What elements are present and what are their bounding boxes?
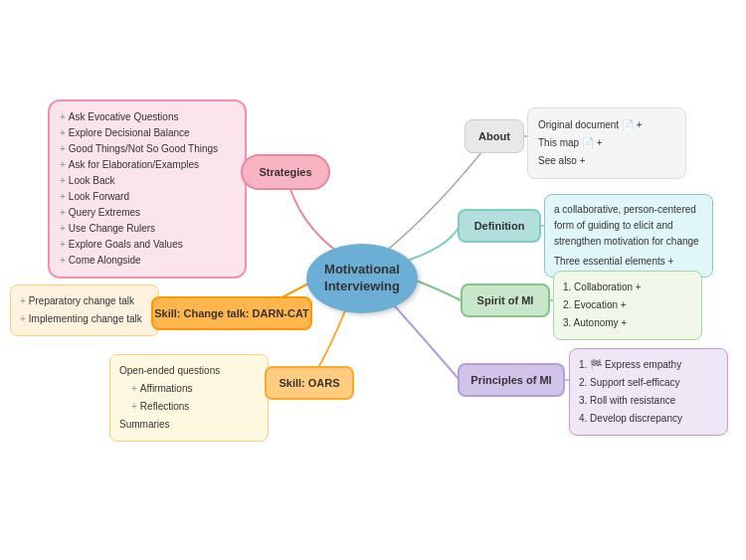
oars-item: +Affirmations xyxy=(119,380,259,398)
principles-label: Principles of MI xyxy=(470,374,551,386)
strategies-node[interactable]: Strategies xyxy=(241,154,330,190)
changetalk-label: Skill: Change talk: DARN-CAT xyxy=(154,307,309,319)
changetalk-item: +Preparatory change talk xyxy=(20,292,149,310)
spirit-item: 2. Evocation + xyxy=(563,296,692,314)
principles-box: 1. 🏁 Express empathy2. Support self-effi… xyxy=(569,348,728,436)
oars-node[interactable]: Skill: OARS xyxy=(265,366,354,400)
principles-item: 3. Roll with resistance xyxy=(579,392,718,410)
about-row: Original document 📄 + xyxy=(538,116,675,134)
strategies-item: +Use Change Rulers xyxy=(60,221,235,237)
principles-node[interactable]: Principles of MI xyxy=(458,363,565,397)
spirit-item: 1. Collaboration + xyxy=(563,279,692,296)
definition-label: Definition xyxy=(474,220,525,232)
about-node[interactable]: About xyxy=(465,119,524,153)
definition-box: a collaborative, person-centered form of… xyxy=(544,194,713,278)
central-label: Motivational Interviewing xyxy=(324,262,400,295)
strategies-item: +Query Extremes xyxy=(60,205,235,221)
strategies-item: +Come Alongside xyxy=(60,253,235,269)
spirit-node[interactable]: Spirit of MI xyxy=(461,283,550,317)
changetalk-item: +Implementing change talk xyxy=(20,310,149,328)
changetalk-box: +Preparatory change talk+Implementing ch… xyxy=(10,284,159,336)
strategies-item: +Look Forward xyxy=(60,189,235,205)
about-row: See also + xyxy=(538,152,675,170)
changetalk-node[interactable]: Skill: Change talk: DARN-CAT xyxy=(151,296,312,330)
strategies-item: +Ask Evocative Questions xyxy=(60,109,235,125)
definition-sub: Three essential elements + xyxy=(554,254,703,270)
spirit-box: 1. Collaboration +2. Evocation +3. Auton… xyxy=(553,271,702,340)
oars-item: Summaries xyxy=(119,416,259,434)
about-row: This map 📄 + xyxy=(538,134,675,152)
strategies-item: +Ask for Elaboration/Examples xyxy=(60,157,235,173)
definition-node[interactable]: Definition xyxy=(458,209,541,243)
oars-box: Open-ended questions+Affirmations+Reflec… xyxy=(109,354,269,442)
principles-item: 1. 🏁 Express empathy xyxy=(579,356,718,374)
strategies-box: +Ask Evocative Questions+Explore Decisio… xyxy=(48,99,247,279)
about-label: About xyxy=(478,130,510,142)
oars-label: Skill: OARS xyxy=(279,377,339,389)
principles-item: 4. Develop discrepancy xyxy=(579,410,718,428)
strategies-item: +Explore Goals and Values xyxy=(60,237,235,253)
spirit-item: 3. Autonomy + xyxy=(563,314,692,332)
spirit-label: Spirit of MI xyxy=(477,294,534,306)
about-box: Original document 📄 +This map 📄 +See als… xyxy=(527,107,686,179)
principles-item: 2. Support self-efficacy xyxy=(579,374,718,392)
definition-text: a collaborative, person-centered form of… xyxy=(554,202,703,250)
strategies-label: Strategies xyxy=(259,166,311,178)
central-node: Motivational Interviewing xyxy=(306,244,418,313)
oars-item: Open-ended questions xyxy=(119,362,259,380)
strategies-item: +Good Things/Not So Good Things xyxy=(60,141,235,157)
strategies-item: +Look Back xyxy=(60,173,235,189)
strategies-item: +Explore Decisional Balance xyxy=(60,125,235,141)
oars-item: +Reflections xyxy=(119,398,259,416)
